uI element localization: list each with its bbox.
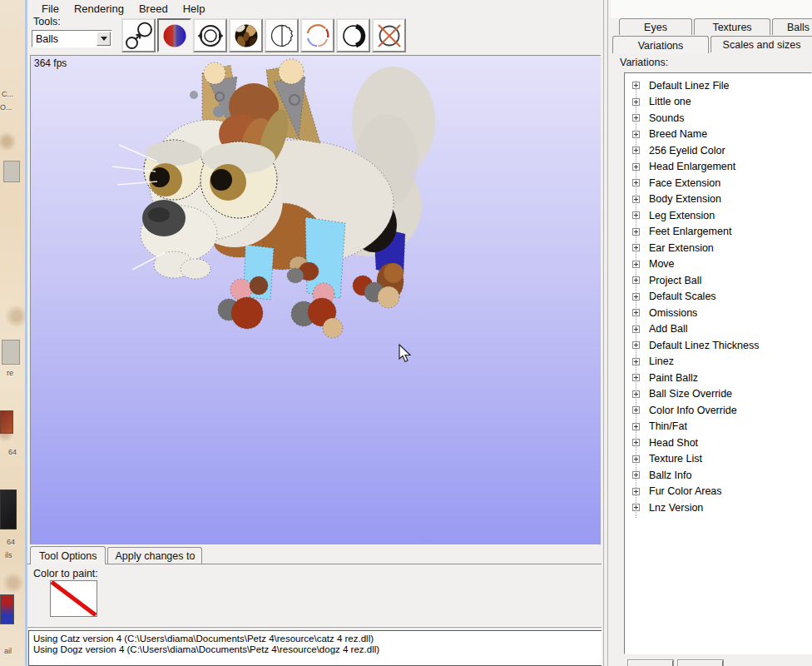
menu-help[interactable]: Help (176, 2, 213, 16)
tree-item-label[interactable]: Ball Size Override (640, 388, 732, 400)
tree-item-label[interactable]: Linez (640, 355, 674, 367)
dropdown-arrow-button[interactable] (97, 32, 111, 46)
delete-ball-tool-button[interactable] (372, 18, 406, 52)
tree-item[interactable]: Add Ball (625, 321, 811, 338)
tab-tool-options[interactable]: Tool Options (30, 546, 106, 564)
tree-item-label[interactable]: Project Ball (640, 275, 701, 286)
tree-item-label[interactable]: Add Ball (640, 323, 688, 335)
tree-item[interactable]: Thin/Fat (625, 419, 811, 435)
cutoff-button-1[interactable] (628, 660, 673, 666)
tree-item-label[interactable]: Paint Ballz (640, 372, 698, 384)
tab-scales-and-sizes[interactable]: Scales and sizes (710, 36, 812, 52)
tree-item[interactable]: Lnz Version (625, 500, 811, 516)
expand-plus-icon[interactable] (632, 471, 640, 479)
tree-item[interactable]: Face Extension (625, 175, 811, 191)
tree-item[interactable]: Head Enlargement (625, 159, 811, 176)
texture-ball-tool-button[interactable] (229, 18, 263, 52)
pet-preview-canvas[interactable]: 364 fps (30, 55, 601, 544)
tree-item-label[interactable]: Default Linez Thickness (640, 340, 759, 351)
fuzz-ball-tool-button[interactable] (265, 18, 299, 52)
expand-plus-icon[interactable] (632, 82, 640, 89)
tree-item[interactable]: Body Extension (625, 191, 811, 208)
outline-color-tool-button[interactable] (300, 18, 334, 52)
expand-plus-icon[interactable] (632, 423, 640, 430)
expand-plus-icon[interactable] (632, 326, 640, 333)
expand-plus-icon[interactable] (632, 488, 640, 495)
cutoff-button-2[interactable] (678, 660, 723, 666)
tree-item-label[interactable]: Default Linez File (640, 80, 730, 92)
paint-color-swatch[interactable] (50, 580, 97, 617)
tree-item[interactable]: Color Info Override (625, 402, 811, 419)
expand-plus-icon[interactable] (632, 276, 640, 284)
tab-balls[interactable]: Balls (772, 18, 812, 35)
expand-plus-icon[interactable] (632, 179, 640, 186)
tree-item-label[interactable]: Move (640, 258, 675, 270)
menu-file[interactable]: File (34, 2, 67, 16)
expand-plus-icon[interactable] (632, 293, 640, 301)
tree-item-label[interactable]: Sounds (640, 112, 684, 124)
tree-item-label[interactable]: Default Scales (640, 291, 716, 302)
tree-item[interactable]: Little one (625, 94, 811, 111)
tree-item[interactable]: Fur Color Areas (625, 484, 811, 500)
tree-item-label[interactable]: Fur Color Areas (640, 485, 722, 497)
tree-item[interactable]: Paint Ballz (625, 370, 811, 386)
outline-thickness-tool-button[interactable] (336, 18, 370, 52)
expand-plus-icon[interactable] (632, 439, 640, 446)
status-log[interactable]: Using Catz version 4 (C:\Users\diama\Doc… (28, 630, 610, 666)
expand-plus-icon[interactable] (632, 131, 640, 138)
tree-item[interactable]: Move (625, 256, 811, 273)
tree-item-label[interactable]: Ear Extension (640, 242, 714, 254)
tab-eyes[interactable]: Eyes (619, 18, 692, 35)
tree-item-label[interactable]: Color Info Override (640, 405, 737, 416)
tab-variations[interactable]: Variations (612, 36, 709, 53)
tab-apply-changes-to[interactable]: Apply changes to (107, 547, 202, 564)
tree-item[interactable]: Default Scales (625, 289, 811, 306)
expand-plus-icon[interactable] (632, 163, 640, 171)
tree-item[interactable]: Sounds (625, 110, 811, 127)
tree-item[interactable]: Project Ball (625, 272, 811, 289)
tree-item[interactable]: Breed Name (625, 127, 811, 143)
expand-plus-icon[interactable] (632, 196, 640, 203)
tab-textures[interactable]: Textures (694, 18, 770, 35)
expand-plus-icon[interactable] (632, 374, 640, 381)
tree-item-label[interactable]: Little one (640, 96, 691, 107)
tree-item[interactable]: Ballz Info (625, 467, 811, 484)
expand-plus-icon[interactable] (632, 147, 640, 154)
tree-item-label[interactable]: Omissions (640, 307, 697, 319)
tree-item[interactable]: Leg Extension (625, 207, 811, 224)
tree-item-label[interactable]: Breed Name (640, 128, 707, 140)
tree-item[interactable]: Ball Size Override (625, 386, 811, 403)
tree-item[interactable]: 256 Eyelid Color (625, 142, 811, 159)
expand-plus-icon[interactable] (632, 309, 640, 316)
tree-item-label[interactable]: Feet Enlargement (640, 226, 731, 237)
expand-plus-icon[interactable] (632, 504, 640, 511)
panel-splitter[interactable] (602, 0, 611, 666)
expand-plus-icon[interactable] (632, 98, 640, 106)
tree-item[interactable]: Omissions (625, 305, 811, 321)
expand-plus-icon[interactable] (632, 406, 640, 414)
tool-mode-dropdown[interactable]: Balls (32, 30, 112, 47)
resize-ball-tool-button[interactable] (193, 18, 227, 52)
tree-item-label[interactable]: Head Shot (640, 437, 698, 449)
tree-item[interactable]: Ear Extension (625, 240, 811, 256)
tree-item[interactable]: Texture List (625, 451, 811, 468)
expand-plus-icon[interactable] (632, 244, 640, 251)
expand-plus-icon[interactable] (632, 455, 640, 463)
tree-item[interactable]: Default Linez Thickness (625, 337, 811, 354)
menu-breed[interactable]: Breed (131, 2, 176, 16)
tree-item-label[interactable]: Body Extension (640, 193, 721, 205)
tree-item-label[interactable]: Lnz Version (640, 502, 703, 514)
expand-plus-icon[interactable] (632, 228, 640, 236)
link-balls-tool-button[interactable] (121, 18, 156, 52)
tree-item-label[interactable]: Ballz Info (640, 470, 691, 481)
expand-plus-icon[interactable] (632, 390, 640, 398)
expand-plus-icon[interactable] (632, 211, 640, 219)
tree-item-label[interactable]: Face Extension (640, 177, 720, 189)
tree-item-label[interactable]: Thin/Fat (640, 420, 687, 432)
tree-item[interactable]: Head Shot (625, 435, 811, 451)
expand-plus-icon[interactable] (632, 341, 640, 349)
tree-item[interactable]: Default Linez File (625, 77, 811, 94)
expand-plus-icon[interactable] (632, 261, 640, 268)
paint-color-tool-button[interactable] (157, 18, 191, 52)
expand-plus-icon[interactable] (632, 358, 640, 365)
